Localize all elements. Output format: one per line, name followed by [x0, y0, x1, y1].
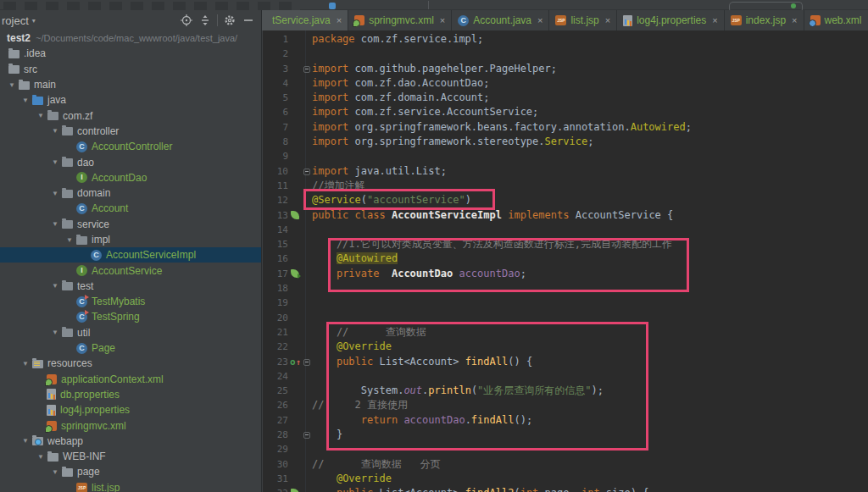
tree-item-com-zf[interactable]: ▼com.zf — [0, 108, 261, 123]
tab-tservice-java[interactable]: tService.java× — [262, 10, 348, 30]
close-icon[interactable]: × — [792, 15, 797, 25]
tree-item-accountserviceimpl[interactable]: CAccountServiceImpl — [0, 247, 261, 263]
tree-item-list-jsp[interactable]: JSPlist.jsp — [0, 480, 261, 492]
fold-marker-icon[interactable] — [303, 359, 310, 366]
tree-item-idea[interactable]: .idea — [0, 46, 261, 61]
tree-item-util[interactable]: ▼util — [0, 325, 261, 340]
spring-autowired-icon[interactable] — [291, 269, 299, 278]
code-line[interactable]: 16 @Autowired — [263, 252, 868, 266]
expand-arrow-icon[interactable]: ▼ — [63, 236, 76, 244]
tab-index-jsp[interactable]: JSPindex.jsp× — [725, 10, 804, 30]
tree-item-test[interactable]: ▼test — [0, 279, 261, 294]
fold-marker-icon[interactable] — [303, 169, 310, 175]
close-icon[interactable]: × — [712, 15, 717, 25]
code-editor[interactable]: 1package com.zf.service.impl;23import co… — [263, 30, 868, 492]
expand-arrow-icon[interactable]: ▼ — [48, 190, 62, 197]
expand-arrow-icon[interactable]: ▼ — [48, 158, 62, 166]
code-line[interactable]: 9 — [263, 149, 868, 163]
fold-marker-icon[interactable] — [303, 66, 310, 73]
tree-item-src[interactable]: src — [0, 62, 261, 77]
code-line[interactable]: 15 //1.它可以对类成员变量、方法及构造函数进行标注,完成自动装配的工作 — [263, 237, 868, 252]
tree-item-accountdao[interactable]: IAccountDao — [0, 170, 261, 185]
code-line[interactable]: 31 @Override — [263, 472, 868, 486]
expand-arrow-icon[interactable]: ▼ — [19, 437, 32, 445]
expand-arrow-icon[interactable]: ▼ — [48, 220, 62, 228]
code-line[interactable]: 24 — [263, 369, 868, 384]
code-line[interactable]: 32 public List<Account> findAll2(int pag… — [263, 486, 868, 492]
code-line[interactable]: 3import com.github.pagehelper.PageHelper… — [263, 62, 868, 76]
tab-account-java[interactable]: CAccount.java× — [452, 10, 549, 30]
close-icon[interactable]: × — [537, 15, 542, 25]
code-line[interactable]: 14 — [263, 223, 868, 237]
code-line[interactable]: 17 private AccountDao accountDao; — [263, 267, 868, 281]
tree-item-service[interactable]: ▼service — [0, 217, 261, 232]
code-line[interactable]: 5import com.zf.domain.Account; — [263, 91, 868, 105]
tree-item-web-inf[interactable]: ▼WEB-INF — [0, 449, 261, 464]
code-line[interactable]: 25 System.out.println("业务层查询所有的信息"); — [263, 384, 868, 398]
tree-item-impl[interactable]: ▼impl — [0, 232, 261, 247]
tree-item-page[interactable]: ▼page — [0, 464, 261, 479]
tree-item-log4j-properties[interactable]: log4j.properties — [0, 402, 261, 417]
code-line[interactable]: 4import com.zf.dao.AccountDao; — [263, 76, 868, 91]
code-line[interactable]: 13public class AccountServiceImpl implem… — [263, 208, 868, 223]
tree-item-dao[interactable]: ▼dao — [0, 154, 261, 169]
spring-bean-icon[interactable] — [291, 489, 299, 492]
tree-item-springmvc-xml[interactable]: springmvc.xml — [0, 417, 261, 433]
code-line[interactable]: 20 — [263, 311, 868, 325]
code-line[interactable]: 1package com.zf.service.impl; — [263, 32, 868, 47]
tree-item-domain[interactable]: ▼domain — [0, 185, 261, 201]
expand-arrow-icon[interactable]: ▼ — [19, 360, 32, 368]
code-line[interactable]: 2 — [263, 47, 868, 61]
locate-icon[interactable] — [177, 13, 196, 28]
fold-marker-icon[interactable] — [303, 432, 310, 439]
code-line[interactable]: 12@Service("accountService") — [263, 193, 868, 207]
tree-item-testspring[interactable]: CTestSpring — [0, 309, 261, 324]
code-line[interactable]: 22 @Override — [263, 340, 868, 354]
tab-list-jsp[interactable]: JSPlist.jsp× — [549, 10, 617, 30]
code-line[interactable]: 18 — [263, 281, 868, 296]
code-line[interactable]: 8import org.springframework.stereotype.S… — [263, 135, 868, 149]
code-line[interactable]: 10import java.util.List; — [263, 164, 868, 179]
tree-item-applicationcontext-xml[interactable]: applicationContext.xml — [0, 372, 261, 387]
close-icon[interactable]: × — [605, 15, 610, 25]
expand-arrow-icon[interactable]: ▼ — [34, 112, 47, 119]
tree-item-db-properties[interactable]: db.properties — [0, 387, 261, 402]
tree-item-controller[interactable]: ▼controller — [0, 124, 261, 139]
expand-arrow-icon[interactable]: ▼ — [19, 97, 32, 104]
expand-arrow-icon[interactable]: ▼ — [48, 127, 62, 135]
tab-springmvc-xml[interactable]: springmvc.xml× — [348, 10, 452, 30]
expand-arrow-icon[interactable]: ▼ — [48, 468, 62, 476]
override-method-icon[interactable]: o — [290, 355, 301, 369]
tree-item-resources[interactable]: ▼resources — [0, 356, 261, 371]
code-line[interactable]: 26// 2 直接使用 — [263, 398, 868, 412]
tree-item-page[interactable]: CPage — [0, 340, 261, 356]
spring-bean-icon[interactable] — [291, 211, 299, 219]
tree-item-java[interactable]: ▼java — [0, 92, 261, 108]
chevron-down-icon[interactable]: ▾ — [32, 17, 36, 25]
code-line[interactable]: 30// 查询数据 分页 — [263, 457, 868, 472]
settings-gear-icon[interactable] — [220, 13, 239, 28]
code-line[interactable]: 29 — [263, 442, 868, 456]
tree-item-main[interactable]: ▼main — [0, 77, 261, 92]
expand-arrow-icon[interactable]: ▼ — [34, 453, 47, 461]
code-line[interactable]: 11//增加注解 — [263, 179, 868, 193]
close-icon[interactable]: × — [440, 15, 445, 25]
expand-arrow-icon[interactable]: ▼ — [5, 81, 19, 89]
tree-item-testmybatis[interactable]: CTestMybatis — [0, 294, 261, 309]
code-line[interactable]: 28 } — [263, 428, 868, 442]
collapse-all-icon[interactable] — [196, 13, 214, 28]
tree-item-webapp[interactable]: ▼webapp — [0, 434, 261, 449]
tab-web-xml[interactable]: web.xml× — [804, 10, 868, 30]
expand-arrow-icon[interactable]: ▼ — [48, 282, 62, 290]
tree-item-accountservice[interactable]: IAccountService — [0, 263, 261, 278]
hide-panel-icon[interactable] — [239, 13, 258, 28]
tree-item-accountcontroller[interactable]: CAccountController — [0, 139, 261, 154]
code-line[interactable]: 6import com.zf.service.AccountService; — [263, 105, 868, 119]
tab-log4j-properties[interactable]: log4j.properties× — [617, 10, 725, 30]
expand-arrow-icon[interactable]: ▼ — [48, 329, 62, 336]
code-line[interactable]: 27 return accountDao.findAll(); — [263, 413, 868, 428]
code-line[interactable]: 23o public List<Account> findAll() { — [263, 355, 868, 369]
code-line[interactable]: 7import org.springframework.beans.factor… — [263, 120, 868, 135]
code-line[interactable]: 21 // 查询数据 — [263, 325, 868, 340]
tree-item-test2[interactable]: test2~/Documents/code/mac_wwwroot/java/t… — [0, 30, 261, 46]
